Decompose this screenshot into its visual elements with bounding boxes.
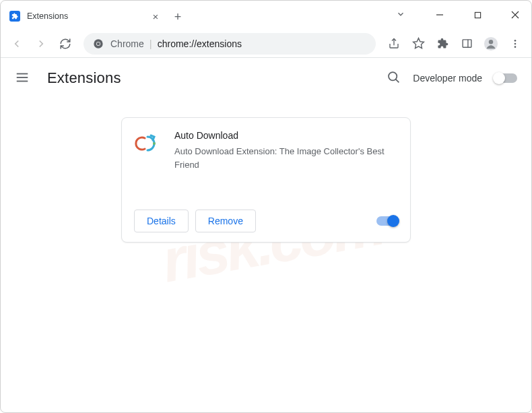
back-button[interactable] (7, 34, 27, 54)
extensions-page-header: Extensions Developer mode (0, 58, 532, 98)
new-tab-button[interactable]: + (168, 4, 187, 30)
tab-title: Extensions (27, 11, 149, 21)
window-controls (396, 0, 532, 30)
chrome-logo-icon (93, 38, 104, 49)
extension-icon (134, 130, 161, 157)
menu-dots-icon[interactable] (505, 34, 525, 54)
svg-rect-1 (475, 12, 480, 18)
svg-point-15 (514, 46, 517, 48)
side-panel-icon[interactable] (457, 34, 477, 54)
extension-name: Auto Download (174, 130, 398, 141)
extension-enable-toggle[interactable] (376, 216, 398, 226)
extension-puzzle-icon (9, 11, 20, 22)
reload-button[interactable] (55, 34, 75, 54)
omnibox-url: chrome://extensions (158, 38, 242, 49)
svg-point-19 (389, 72, 397, 80)
svg-marker-8 (413, 38, 424, 49)
omnibox-divider: | (149, 38, 152, 49)
page-title: Extensions (47, 69, 121, 87)
bookmark-star-icon[interactable] (408, 34, 428, 54)
window-minimize-button[interactable] (431, 6, 448, 24)
profile-avatar-icon[interactable] (481, 34, 501, 54)
browser-toolbar: Chrome | chrome://extensions (0, 30, 532, 58)
forward-button[interactable] (31, 34, 51, 54)
extension-description: Auto Download Extension: The Image Colle… (174, 145, 398, 171)
developer-mode-toggle[interactable] (494, 73, 517, 83)
extensions-list: Auto Download Auto Download Extension: T… (0, 98, 532, 243)
svg-line-20 (396, 79, 399, 82)
address-bar[interactable]: Chrome | chrome://extensions (84, 33, 376, 55)
browser-tab[interactable]: Extensions × (0, 3, 168, 30)
omnibox-prefix: Chrome (110, 38, 144, 49)
window-close-button[interactable] (506, 6, 524, 24)
remove-button[interactable]: Remove (195, 210, 256, 232)
extensions-puzzle-icon[interactable] (432, 34, 453, 54)
details-button[interactable]: Details (134, 210, 189, 232)
share-icon[interactable] (384, 34, 404, 54)
svg-point-21 (153, 142, 156, 145)
tab-search-icon[interactable] (396, 9, 405, 21)
svg-point-13 (514, 40, 517, 42)
tab-close-button[interactable]: × (149, 10, 162, 22)
hamburger-menu-icon[interactable] (15, 70, 31, 86)
extension-card: Auto Download Auto Download Extension: T… (121, 117, 411, 243)
svg-rect-9 (463, 40, 471, 47)
svg-point-6 (97, 42, 100, 45)
search-icon[interactable] (387, 70, 401, 87)
window-titlebar: Extensions × + (0, 0, 532, 30)
window-maximize-button[interactable] (469, 6, 486, 24)
svg-point-12 (489, 40, 493, 44)
developer-mode-label: Developer mode (413, 73, 482, 84)
svg-point-14 (514, 42, 517, 44)
